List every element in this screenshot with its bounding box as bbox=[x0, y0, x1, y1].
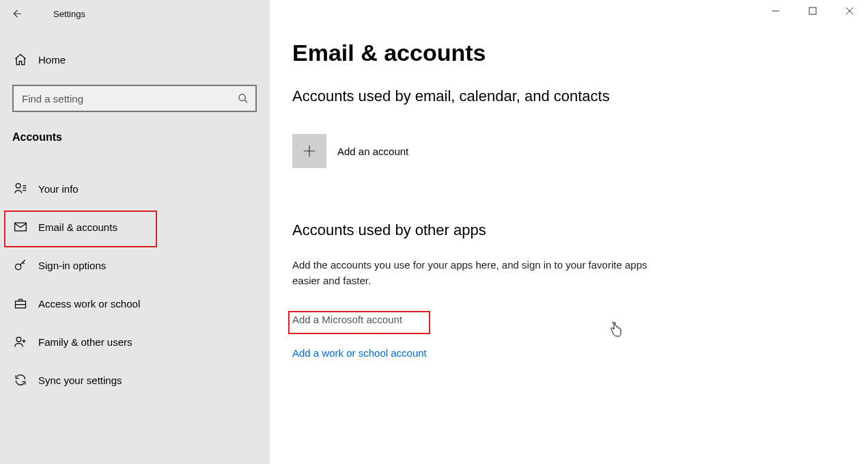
section-description: Add the accounts you use for your apps h… bbox=[292, 257, 647, 289]
sidebar: Settings Home Accounts Your info bbox=[0, 0, 270, 464]
add-work-school-account-link[interactable]: Add a work or school account bbox=[292, 347, 427, 359]
sidebar-item-label: Email & accounts bbox=[38, 221, 117, 233]
sidebar-item-email-accounts[interactable]: Email & accounts bbox=[0, 208, 270, 246]
briefcase-icon bbox=[12, 297, 29, 310]
sync-icon bbox=[12, 373, 29, 387]
app-title: Settings bbox=[53, 9, 85, 19]
mail-icon bbox=[12, 220, 29, 234]
window-controls bbox=[757, 0, 868, 22]
nav-list: Your info Email & accounts Sign-in optio… bbox=[0, 169, 270, 399]
search-box[interactable] bbox=[12, 85, 257, 112]
svg-rect-6 bbox=[809, 8, 816, 14]
sidebar-item-family-users[interactable]: Family & other users bbox=[0, 323, 270, 361]
people-plus-icon bbox=[12, 335, 29, 349]
sidebar-item-label: Access work or school bbox=[38, 298, 140, 310]
sidebar-item-access-work[interactable]: Access work or school bbox=[0, 284, 270, 323]
svg-rect-2 bbox=[15, 223, 27, 231]
section-header-email: Accounts used by email, calendar, and co… bbox=[292, 87, 610, 105]
sidebar-item-signin-options[interactable]: Sign-in options bbox=[0, 246, 270, 284]
sidebar-item-label: Sign-in options bbox=[38, 260, 106, 271]
category-header: Accounts bbox=[12, 131, 62, 144]
back-arrow-icon bbox=[10, 8, 23, 20]
svg-point-5 bbox=[16, 337, 21, 342]
maximize-button[interactable] bbox=[794, 0, 831, 22]
page-title: Email & accounts bbox=[292, 40, 486, 66]
person-icon bbox=[12, 182, 29, 195]
main: Email & accounts Accounts used by email,… bbox=[270, 0, 868, 464]
minimize-button[interactable] bbox=[757, 0, 794, 22]
titlebar: Settings bbox=[0, 0, 270, 27]
home-label: Home bbox=[38, 54, 66, 66]
sidebar-item-label: Sync your settings bbox=[38, 374, 122, 386]
close-button[interactable] bbox=[831, 0, 868, 22]
cursor-pointer-icon bbox=[610, 322, 622, 337]
add-microsoft-account-link[interactable]: Add a Microsoft account bbox=[292, 314, 402, 325]
sidebar-item-sync[interactable]: Sync your settings bbox=[0, 361, 270, 399]
sidebar-item-label: Family & other users bbox=[38, 336, 132, 348]
section-header-other-apps: Accounts used by other apps bbox=[292, 221, 486, 239]
search-icon bbox=[231, 86, 255, 111]
plus-icon bbox=[292, 134, 326, 168]
sidebar-item-your-info[interactable]: Your info bbox=[0, 169, 270, 208]
add-account-button[interactable]: Add an account bbox=[292, 134, 408, 168]
add-account-label: Add an account bbox=[337, 146, 408, 157]
svg-point-0 bbox=[239, 94, 245, 100]
sidebar-item-label: Your info bbox=[38, 183, 79, 195]
home-icon bbox=[12, 53, 29, 66]
svg-point-1 bbox=[16, 184, 20, 189]
minimize-icon bbox=[772, 7, 780, 15]
key-icon bbox=[12, 258, 29, 272]
close-icon bbox=[845, 7, 854, 15]
maximize-icon bbox=[809, 7, 817, 15]
back-button[interactable] bbox=[0, 0, 33, 27]
search-input[interactable] bbox=[14, 93, 231, 105]
home-nav[interactable]: Home bbox=[0, 44, 270, 74]
